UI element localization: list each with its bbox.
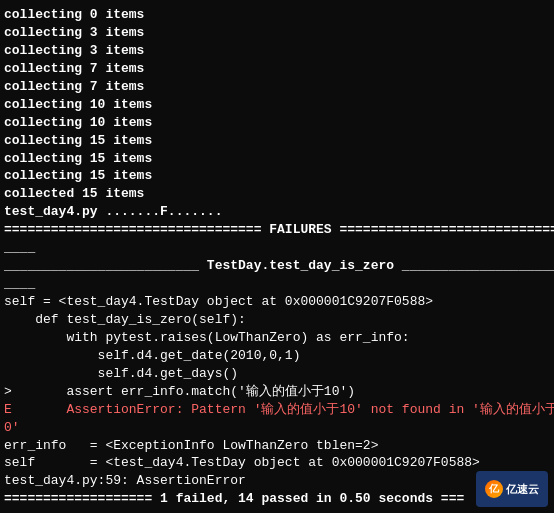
terminal-line: E AssertionError: Pattern '输入的值小于10' not… xyxy=(4,401,550,419)
terminal-output: collecting 0 itemscollecting 3 itemscoll… xyxy=(4,6,550,508)
terminal-line: collecting 7 items xyxy=(4,60,550,78)
terminal-line: collecting 15 items xyxy=(4,132,550,150)
terminal-line: collecting 7 items xyxy=(4,78,550,96)
terminal-line: =================== 1 failed, 14 passed … xyxy=(4,490,550,508)
terminal-line: 0' xyxy=(4,419,550,437)
terminal-line: collecting 15 items xyxy=(4,150,550,168)
terminal-line: collected 15 items xyxy=(4,185,550,203)
terminal-line: collecting 3 items xyxy=(4,24,550,42)
terminal-line: collecting 10 items xyxy=(4,96,550,114)
terminal-line: collecting 10 items xyxy=(4,114,550,132)
terminal-line: test_day4.py:59: AssertionError xyxy=(4,472,550,490)
terminal-line: ================================= FAILUR… xyxy=(4,221,550,239)
terminal-line: test_day4.py .......F....... xyxy=(4,203,550,221)
terminal-line: _________________________ TestDay.test_d… xyxy=(4,257,550,275)
terminal-line: def test_day_is_zero(self): xyxy=(4,311,550,329)
terminal-line: collecting 15 items xyxy=(4,167,550,185)
watermark-badge: 亿 亿速云 xyxy=(476,471,548,507)
terminal-line: > assert err_info.match('输入的值小于10') xyxy=(4,383,550,401)
terminal-line: ____ xyxy=(4,239,550,257)
terminal-line: self.d4.get_date(2010,0,1) xyxy=(4,347,550,365)
terminal-line: ____ xyxy=(4,275,550,293)
terminal-line: with pytest.raises(LowThanZero) as err_i… xyxy=(4,329,550,347)
watermark-icon: 亿 xyxy=(485,480,503,498)
terminal-window: collecting 0 itemscollecting 3 itemscoll… xyxy=(0,0,554,513)
terminal-line: collecting 3 items xyxy=(4,42,550,60)
watermark-text: 亿速云 xyxy=(506,482,539,497)
terminal-line: self = <test_day4.TestDay object at 0x00… xyxy=(4,293,550,311)
terminal-line: self = <test_day4.TestDay object at 0x00… xyxy=(4,454,550,472)
terminal-line: err_info = <ExceptionInfo LowThanZero tb… xyxy=(4,437,550,455)
terminal-line: collecting 0 items xyxy=(4,6,550,24)
terminal-line: self.d4.get_days() xyxy=(4,365,550,383)
watermark-top: 亿 亿速云 xyxy=(485,480,539,498)
